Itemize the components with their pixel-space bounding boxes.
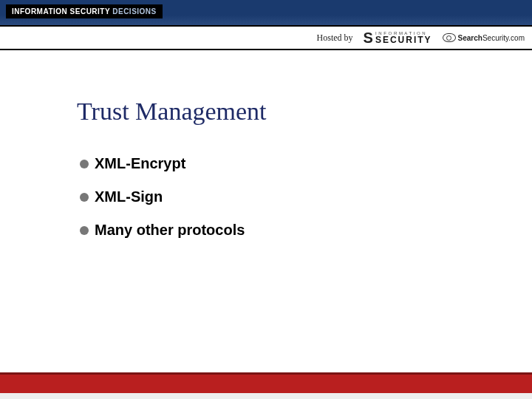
bullet-icon <box>80 226 89 235</box>
footer-shadow <box>0 393 532 399</box>
ssec-rest: Security.com <box>482 34 525 42</box>
security-s-icon: S <box>364 30 373 45</box>
bullet-icon <box>80 160 89 168</box>
list-item: Many other protocols <box>80 222 532 239</box>
list-item: XML-Sign <box>80 188 532 205</box>
slide-title: Trust Management <box>77 98 532 126</box>
list-item: XML-Encrypt <box>80 155 532 172</box>
bullet-text: Many other protocols <box>95 222 245 239</box>
bullet-icon <box>80 193 89 202</box>
brand-prefix: INFORMATION SECURITY <box>12 7 112 16</box>
bullet-list: XML-Encrypt XML-Sign Many other protocol… <box>77 155 532 239</box>
slide-content: Trust Management XML-Encrypt XML-Sign Ma… <box>0 50 532 239</box>
bullet-text: XML-Encrypt <box>95 155 185 172</box>
ssec-bold: Search <box>458 34 482 42</box>
searchsecurity-logo: SearchSecurity.com <box>443 33 525 42</box>
brand-suffix: DECISIONS <box>112 7 157 16</box>
brand-badge: INFORMATION SECURITY DECISIONS <box>6 4 163 18</box>
logo-security-big: SECURITY <box>375 35 432 44</box>
information-security-logo: S I N F O R M A T I O N SECURITY <box>364 30 432 45</box>
hosted-by-row: Hosted by S I N F O R M A T I O N SECURI… <box>0 27 532 50</box>
hosted-by-label: Hosted by <box>317 33 353 44</box>
header-blue-bar: INFORMATION SECURITY DECISIONS <box>0 0 532 25</box>
footer <box>0 372 532 399</box>
bullet-text: XML-Sign <box>95 188 163 205</box>
eye-icon <box>443 33 456 42</box>
footer-red-bar <box>0 372 532 393</box>
